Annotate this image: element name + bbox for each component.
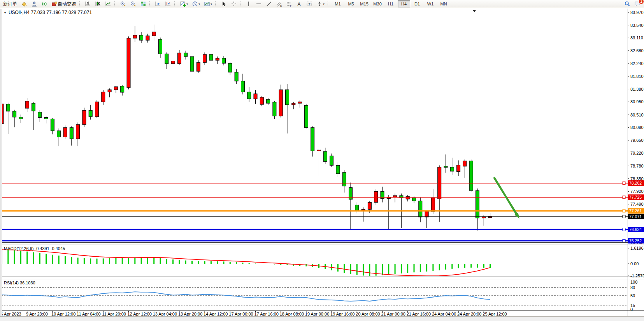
svg-text:17 Apr 16:00: 17 Apr 16:00 [254, 312, 279, 316]
svg-text:24 Apr 04:00: 24 Apr 04:00 [432, 312, 456, 316]
shapes-button[interactable]: ▾ [315, 0, 326, 8]
svg-text:19 Apr 00:00: 19 Apr 00:00 [305, 312, 329, 316]
line-handle [623, 210, 625, 212]
line-handle [623, 182, 625, 184]
collapse-arrow-icon[interactable]: ▼ [4, 11, 7, 14]
chart-canvas[interactable]: 83.97083.54083.11082.68082.24081.81081.3… [0, 9, 644, 321]
chart-candles-icon [95, 1, 101, 7]
svg-text:82.240: 82.240 [630, 61, 644, 66]
search-button[interactable] [623, 0, 632, 8]
last-bar-marker [472, 10, 476, 12]
text-label-icon: T [306, 1, 312, 7]
periods-button[interactable]: ▾ [190, 0, 202, 8]
zoom-out-icon [130, 1, 136, 7]
svg-text:14 Apr 12:00: 14 Apr 12:00 [204, 312, 228, 316]
chart-shift-button[interactable] [163, 0, 173, 8]
horizontal-lines[interactable] [1, 182, 628, 242]
chevron-down-icon: ▾ [323, 2, 325, 6]
toolbar-separator [79, 1, 81, 7]
bucket-icon [21, 1, 27, 7]
chart-candles-button[interactable] [93, 0, 103, 8]
line-handle [623, 240, 625, 242]
tab-timeframe-m5[interactable]: M5 [345, 0, 357, 7]
trendline-button[interactable] [264, 0, 274, 8]
chart-line-icon [105, 1, 111, 7]
svg-text:81.810: 81.810 [630, 74, 644, 79]
chevron-down-icon: ▾ [198, 2, 200, 6]
vertical-line-button[interactable] [244, 0, 253, 8]
chart-bars-button[interactable] [83, 0, 93, 8]
signals-button[interactable] [40, 0, 49, 8]
text-label-button[interactable]: T [305, 0, 314, 8]
profile-icon [31, 1, 37, 7]
horizontal-line-icon [256, 1, 262, 7]
new-order-button[interactable]: 新订单 [2, 0, 19, 8]
svg-text:11 Apr 04:00: 11 Apr 04:00 [77, 312, 101, 316]
tab-timeframe-mn[interactable]: MN [437, 0, 450, 7]
chat-button[interactable]: 1 [633, 0, 642, 8]
tab-timeframe-h4[interactable]: H4 [398, 0, 410, 7]
zoom-in-icon [120, 1, 126, 7]
crosshair-button[interactable] [229, 0, 239, 8]
svg-text:21 Apr 16:00: 21 Apr 16:00 [407, 312, 431, 316]
autotrade-icon [51, 1, 58, 7]
toolbar-separator [328, 1, 330, 7]
svg-text:78.780: 78.780 [630, 164, 644, 168]
pane-separators[interactable] [0, 243, 644, 311]
trendline-icon [266, 1, 272, 7]
vertical-line-icon [246, 1, 252, 7]
svg-text:20 Apr 08:00: 20 Apr 08:00 [356, 312, 380, 316]
tab-timeframe-m15[interactable]: M15 [358, 0, 370, 7]
svg-text:0.00: 0.00 [630, 261, 639, 266]
svg-text:78.202: 78.202 [629, 181, 642, 185]
text-button[interactable]: A [295, 0, 304, 8]
tab-timeframe-d1[interactable]: D1 [411, 0, 423, 7]
autotrade-label: 自动交易 [58, 1, 76, 7]
chart-area[interactable]: 83.97083.54083.11082.68082.24081.81081.3… [0, 9, 644, 321]
svg-text:76.634: 76.634 [629, 227, 642, 232]
chart-bars-icon [85, 1, 91, 7]
macd-label: MACD(12,26,9) -0.4391 -0.4045 [4, 246, 65, 251]
tab-timeframe-h1[interactable]: H1 [384, 0, 397, 7]
horizontal-line-button[interactable] [254, 0, 263, 8]
svg-text:10 Apr 12:00: 10 Apr 12:00 [51, 312, 75, 316]
search-icon [624, 1, 630, 7]
fibonacci-button[interactable]: F [284, 0, 294, 8]
channel-button[interactable]: E [274, 0, 284, 8]
svg-text:77.490: 77.490 [630, 202, 644, 206]
indicators-button[interactable]: ▾ [178, 0, 190, 8]
signals-icon [41, 1, 47, 7]
svg-text:A: A [298, 2, 301, 7]
tab-timeframe-w1[interactable]: W1 [424, 0, 437, 7]
zoom-in-button[interactable] [118, 0, 128, 8]
tab-timeframe-m1[interactable]: M1 [332, 0, 344, 7]
svg-text:80: 80 [630, 285, 635, 290]
svg-text:-1.2579: -1.2579 [630, 273, 644, 278]
chart-line-button[interactable] [104, 0, 113, 8]
auto-scroll-button[interactable] [153, 0, 163, 8]
fibonacci-icon: F [286, 1, 292, 7]
line-handle [623, 228, 625, 231]
autotrade-button[interactable]: 自动交易 [50, 0, 78, 8]
status-bar [0, 316, 644, 321]
svg-text:100: 100 [630, 280, 637, 284]
svg-text:77.725: 77.725 [629, 195, 642, 199]
svg-text:11 Apr 20:00: 11 Apr 20:00 [102, 312, 126, 316]
line-handle [623, 215, 625, 218]
templates-button[interactable]: ▾ [202, 0, 214, 8]
svg-text:80.080: 80.080 [630, 125, 644, 130]
styler-button[interactable] [19, 0, 29, 8]
clock-icon [192, 1, 198, 7]
svg-text:25 Apr 12:00: 25 Apr 12:00 [483, 312, 507, 316]
tab-timeframe-m30[interactable]: M30 [371, 0, 384, 7]
chart-left-edge [0, 9, 2, 316]
svg-text:82.680: 82.680 [630, 48, 644, 53]
community-button[interactable] [30, 0, 39, 8]
cursor-button[interactable] [219, 0, 228, 8]
zoom-out-button[interactable] [128, 0, 138, 8]
toolbar-separator [240, 1, 242, 7]
line-handle [623, 196, 625, 199]
auto-scroll-icon [155, 1, 161, 7]
svg-text:77.261: 77.261 [629, 208, 642, 213]
tile-windows-button[interactable] [139, 0, 148, 8]
